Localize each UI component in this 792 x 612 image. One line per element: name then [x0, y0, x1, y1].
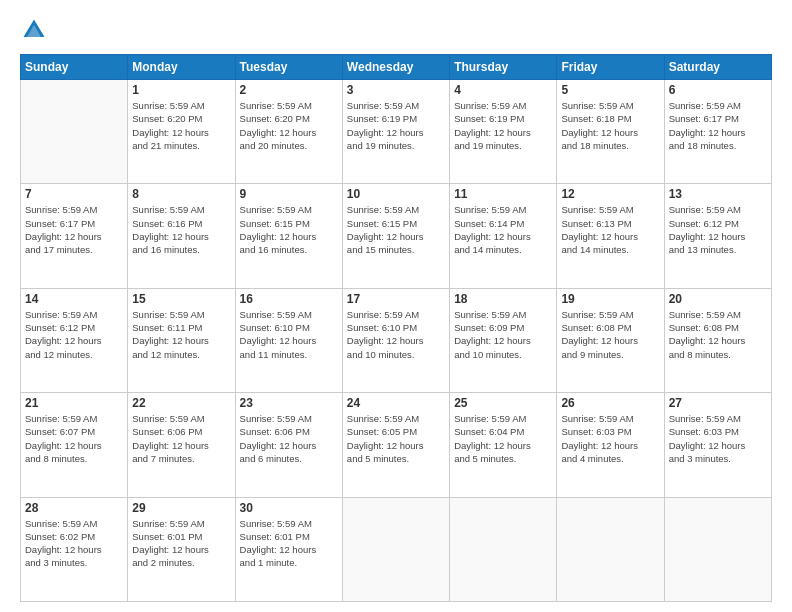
weekday-header-monday: Monday [128, 55, 235, 80]
weekday-header-wednesday: Wednesday [342, 55, 449, 80]
weekday-header-friday: Friday [557, 55, 664, 80]
day-cell-25: 25Sunrise: 5:59 AM Sunset: 6:04 PM Dayli… [450, 393, 557, 497]
day-info-20: Sunrise: 5:59 AM Sunset: 6:08 PM Dayligh… [669, 308, 767, 361]
page: SundayMondayTuesdayWednesdayThursdayFrid… [0, 0, 792, 612]
day-info-11: Sunrise: 5:59 AM Sunset: 6:14 PM Dayligh… [454, 203, 552, 256]
day-info-27: Sunrise: 5:59 AM Sunset: 6:03 PM Dayligh… [669, 412, 767, 465]
day-cell-17: 17Sunrise: 5:59 AM Sunset: 6:10 PM Dayli… [342, 288, 449, 392]
day-info-23: Sunrise: 5:59 AM Sunset: 6:06 PM Dayligh… [240, 412, 338, 465]
day-cell-27: 27Sunrise: 5:59 AM Sunset: 6:03 PM Dayli… [664, 393, 771, 497]
day-cell-30: 30Sunrise: 5:59 AM Sunset: 6:01 PM Dayli… [235, 497, 342, 601]
day-info-1: Sunrise: 5:59 AM Sunset: 6:20 PM Dayligh… [132, 99, 230, 152]
day-info-22: Sunrise: 5:59 AM Sunset: 6:06 PM Dayligh… [132, 412, 230, 465]
week-row-1: 1Sunrise: 5:59 AM Sunset: 6:20 PM Daylig… [21, 80, 772, 184]
day-info-24: Sunrise: 5:59 AM Sunset: 6:05 PM Dayligh… [347, 412, 445, 465]
day-info-30: Sunrise: 5:59 AM Sunset: 6:01 PM Dayligh… [240, 517, 338, 570]
day-info-8: Sunrise: 5:59 AM Sunset: 6:16 PM Dayligh… [132, 203, 230, 256]
day-number-2: 2 [240, 83, 338, 97]
day-number-16: 16 [240, 292, 338, 306]
day-cell-19: 19Sunrise: 5:59 AM Sunset: 6:08 PM Dayli… [557, 288, 664, 392]
day-info-7: Sunrise: 5:59 AM Sunset: 6:17 PM Dayligh… [25, 203, 123, 256]
day-info-19: Sunrise: 5:59 AM Sunset: 6:08 PM Dayligh… [561, 308, 659, 361]
day-cell-8: 8Sunrise: 5:59 AM Sunset: 6:16 PM Daylig… [128, 184, 235, 288]
day-info-18: Sunrise: 5:59 AM Sunset: 6:09 PM Dayligh… [454, 308, 552, 361]
day-number-10: 10 [347, 187, 445, 201]
day-number-1: 1 [132, 83, 230, 97]
day-cell-23: 23Sunrise: 5:59 AM Sunset: 6:06 PM Dayli… [235, 393, 342, 497]
day-info-17: Sunrise: 5:59 AM Sunset: 6:10 PM Dayligh… [347, 308, 445, 361]
day-number-30: 30 [240, 501, 338, 515]
day-number-21: 21 [25, 396, 123, 410]
day-cell-2: 2Sunrise: 5:59 AM Sunset: 6:20 PM Daylig… [235, 80, 342, 184]
empty-cell [21, 80, 128, 184]
day-cell-4: 4Sunrise: 5:59 AM Sunset: 6:19 PM Daylig… [450, 80, 557, 184]
day-cell-9: 9Sunrise: 5:59 AM Sunset: 6:15 PM Daylig… [235, 184, 342, 288]
day-cell-29: 29Sunrise: 5:59 AM Sunset: 6:01 PM Dayli… [128, 497, 235, 601]
day-cell-15: 15Sunrise: 5:59 AM Sunset: 6:11 PM Dayli… [128, 288, 235, 392]
day-number-25: 25 [454, 396, 552, 410]
day-number-17: 17 [347, 292, 445, 306]
day-info-10: Sunrise: 5:59 AM Sunset: 6:15 PM Dayligh… [347, 203, 445, 256]
logo [20, 16, 54, 44]
weekday-header-sunday: Sunday [21, 55, 128, 80]
day-cell-18: 18Sunrise: 5:59 AM Sunset: 6:09 PM Dayli… [450, 288, 557, 392]
day-number-22: 22 [132, 396, 230, 410]
day-cell-5: 5Sunrise: 5:59 AM Sunset: 6:18 PM Daylig… [557, 80, 664, 184]
day-number-5: 5 [561, 83, 659, 97]
day-number-9: 9 [240, 187, 338, 201]
empty-cell [557, 497, 664, 601]
day-info-4: Sunrise: 5:59 AM Sunset: 6:19 PM Dayligh… [454, 99, 552, 152]
week-row-3: 14Sunrise: 5:59 AM Sunset: 6:12 PM Dayli… [21, 288, 772, 392]
day-number-26: 26 [561, 396, 659, 410]
day-cell-28: 28Sunrise: 5:59 AM Sunset: 6:02 PM Dayli… [21, 497, 128, 601]
day-number-28: 28 [25, 501, 123, 515]
day-info-3: Sunrise: 5:59 AM Sunset: 6:19 PM Dayligh… [347, 99, 445, 152]
day-cell-20: 20Sunrise: 5:59 AM Sunset: 6:08 PM Dayli… [664, 288, 771, 392]
day-cell-13: 13Sunrise: 5:59 AM Sunset: 6:12 PM Dayli… [664, 184, 771, 288]
day-cell-7: 7Sunrise: 5:59 AM Sunset: 6:17 PM Daylig… [21, 184, 128, 288]
day-info-9: Sunrise: 5:59 AM Sunset: 6:15 PM Dayligh… [240, 203, 338, 256]
empty-cell [450, 497, 557, 601]
day-info-14: Sunrise: 5:59 AM Sunset: 6:12 PM Dayligh… [25, 308, 123, 361]
day-info-29: Sunrise: 5:59 AM Sunset: 6:01 PM Dayligh… [132, 517, 230, 570]
day-cell-24: 24Sunrise: 5:59 AM Sunset: 6:05 PM Dayli… [342, 393, 449, 497]
weekday-header-tuesday: Tuesday [235, 55, 342, 80]
empty-cell [342, 497, 449, 601]
day-number-11: 11 [454, 187, 552, 201]
day-number-29: 29 [132, 501, 230, 515]
day-number-7: 7 [25, 187, 123, 201]
day-cell-12: 12Sunrise: 5:59 AM Sunset: 6:13 PM Dayli… [557, 184, 664, 288]
day-info-5: Sunrise: 5:59 AM Sunset: 6:18 PM Dayligh… [561, 99, 659, 152]
header [20, 16, 772, 44]
day-info-26: Sunrise: 5:59 AM Sunset: 6:03 PM Dayligh… [561, 412, 659, 465]
day-number-27: 27 [669, 396, 767, 410]
day-cell-26: 26Sunrise: 5:59 AM Sunset: 6:03 PM Dayli… [557, 393, 664, 497]
day-cell-22: 22Sunrise: 5:59 AM Sunset: 6:06 PM Dayli… [128, 393, 235, 497]
day-cell-10: 10Sunrise: 5:59 AM Sunset: 6:15 PM Dayli… [342, 184, 449, 288]
day-info-2: Sunrise: 5:59 AM Sunset: 6:20 PM Dayligh… [240, 99, 338, 152]
day-number-24: 24 [347, 396, 445, 410]
day-info-6: Sunrise: 5:59 AM Sunset: 6:17 PM Dayligh… [669, 99, 767, 152]
day-info-21: Sunrise: 5:59 AM Sunset: 6:07 PM Dayligh… [25, 412, 123, 465]
weekday-header-row: SundayMondayTuesdayWednesdayThursdayFrid… [21, 55, 772, 80]
day-info-25: Sunrise: 5:59 AM Sunset: 6:04 PM Dayligh… [454, 412, 552, 465]
week-row-5: 28Sunrise: 5:59 AM Sunset: 6:02 PM Dayli… [21, 497, 772, 601]
day-cell-14: 14Sunrise: 5:59 AM Sunset: 6:12 PM Dayli… [21, 288, 128, 392]
day-number-6: 6 [669, 83, 767, 97]
day-number-14: 14 [25, 292, 123, 306]
day-number-15: 15 [132, 292, 230, 306]
day-info-13: Sunrise: 5:59 AM Sunset: 6:12 PM Dayligh… [669, 203, 767, 256]
day-number-18: 18 [454, 292, 552, 306]
calendar-table: SundayMondayTuesdayWednesdayThursdayFrid… [20, 54, 772, 602]
week-row-4: 21Sunrise: 5:59 AM Sunset: 6:07 PM Dayli… [21, 393, 772, 497]
day-info-12: Sunrise: 5:59 AM Sunset: 6:13 PM Dayligh… [561, 203, 659, 256]
week-row-2: 7Sunrise: 5:59 AM Sunset: 6:17 PM Daylig… [21, 184, 772, 288]
day-number-12: 12 [561, 187, 659, 201]
day-info-16: Sunrise: 5:59 AM Sunset: 6:10 PM Dayligh… [240, 308, 338, 361]
weekday-header-thursday: Thursday [450, 55, 557, 80]
day-number-8: 8 [132, 187, 230, 201]
weekday-header-saturday: Saturday [664, 55, 771, 80]
day-info-15: Sunrise: 5:59 AM Sunset: 6:11 PM Dayligh… [132, 308, 230, 361]
day-number-20: 20 [669, 292, 767, 306]
day-cell-16: 16Sunrise: 5:59 AM Sunset: 6:10 PM Dayli… [235, 288, 342, 392]
